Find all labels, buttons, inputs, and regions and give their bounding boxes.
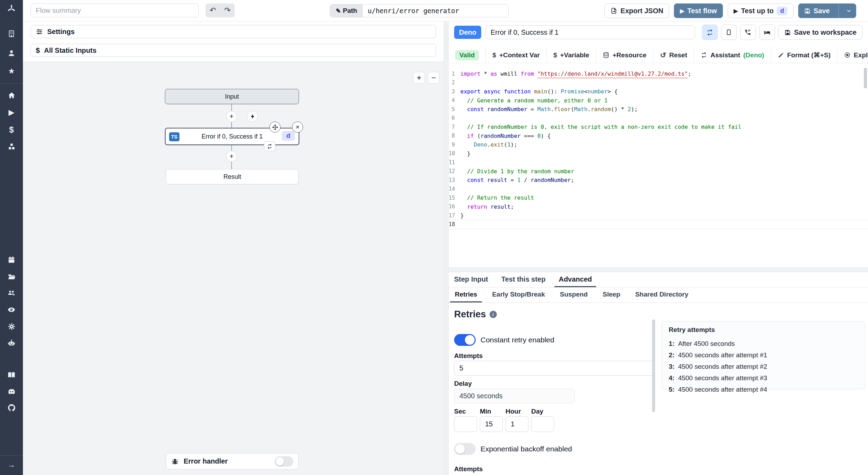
zoom-out-button[interactable]: − <box>428 72 440 84</box>
add-variable-button[interactable]: $ +Variable <box>546 47 596 63</box>
redo-icon[interactable]: ↷ <box>220 3 235 17</box>
flow-canvas[interactable]: + − Input + TS Error if 0, Success if 1 … <box>23 62 444 475</box>
all-static-inputs-button[interactable]: $ All Static Inputs <box>31 44 436 57</box>
sec-input[interactable] <box>454 416 477 432</box>
step-id-badge: d <box>777 7 787 15</box>
exponential-backoff-toggle[interactable] <box>454 443 476 455</box>
settings-gear-icon[interactable] <box>7 322 16 331</box>
flow-settings-button[interactable]: Settings <box>31 25 436 38</box>
flow-summary-input[interactable] <box>31 3 199 17</box>
resources-cubes-icon[interactable] <box>7 142 16 151</box>
move-icon <box>272 124 278 130</box>
audit-eye-icon[interactable] <box>7 305 16 314</box>
lightning-icon <box>250 114 255 119</box>
valid-badge: Valid <box>455 50 479 60</box>
step-retry-indicator[interactable] <box>264 141 275 151</box>
early-stop-button[interactable] <box>721 25 737 40</box>
flow-node-result[interactable]: Result <box>166 169 299 184</box>
docs-book-icon[interactable] <box>7 370 16 380</box>
sleep-button[interactable] <box>759 25 775 40</box>
test-up-to-button[interactable]: ▶ Test up to d <box>728 3 793 18</box>
groups-users-icon[interactable] <box>7 289 16 298</box>
format-button[interactable]: Format (⌘+S) <box>771 47 837 63</box>
tab-step-input[interactable]: Step Input <box>450 272 492 287</box>
assistant-button[interactable]: Assistant (Deno) <box>694 47 771 63</box>
retries-toggle-button[interactable] <box>702 25 718 40</box>
attempts-input[interactable] <box>454 361 655 376</box>
home-icon[interactable] <box>7 91 16 100</box>
delete-node-button[interactable]: × <box>292 122 303 133</box>
constant-retry-toggle[interactable] <box>454 334 476 346</box>
code-line: 14 <box>449 185 868 194</box>
explore-scripts-button[interactable]: Explore other s <box>837 47 868 63</box>
error-handler-row[interactable]: Error handler <box>166 453 299 469</box>
reset-button[interactable]: ↺ Reset <box>653 47 694 63</box>
day-input[interactable] <box>531 416 554 432</box>
move-node-handle[interactable] <box>269 122 281 133</box>
export-json-button[interactable]: Export JSON <box>604 3 669 18</box>
chevron-down-icon <box>846 8 852 14</box>
workers-robot-icon[interactable] <box>7 339 16 348</box>
step-title-input[interactable] <box>485 25 695 39</box>
github-icon[interactable] <box>7 403 16 412</box>
add-resource-button[interactable]: +Resource <box>596 47 653 63</box>
tab-test-this-step[interactable]: Test this step <box>497 272 550 287</box>
suspend-button[interactable] <box>740 25 756 40</box>
assistant-refresh-icon <box>701 52 707 58</box>
retry-attempts-panel: Retry attempts 1:After 4500 seconds 2:45… <box>661 321 865 390</box>
hour-input[interactable] <box>506 416 528 432</box>
windmill-logo-icon[interactable] <box>7 4 16 13</box>
workspace-icon[interactable] <box>7 29 16 38</box>
save-icon <box>804 8 811 14</box>
editor-scrollbar-thumb[interactable] <box>864 68 867 88</box>
editor-splitter[interactable] <box>449 267 868 272</box>
folders-icon[interactable] <box>7 272 16 281</box>
retries-heading: Retries i <box>454 309 497 320</box>
flow-node-input[interactable]: Input <box>165 89 299 104</box>
save-to-workspace-button[interactable]: Save to workspace <box>778 25 862 40</box>
step-id-badge: d <box>282 131 295 141</box>
schedules-calendar-icon[interactable] <box>7 255 16 264</box>
panel-splitter[interactable] <box>444 22 449 475</box>
content-scrollbar-thumb[interactable] <box>652 319 655 412</box>
tab-advanced[interactable]: Advanced <box>554 272 596 287</box>
subtab-early-stop[interactable]: Early Stop/Break <box>487 288 550 302</box>
min-input[interactable] <box>480 416 503 432</box>
code-line: 13 const result = 1 / randomNumber; <box>449 176 868 185</box>
undo-icon[interactable]: ↶ <box>206 3 220 17</box>
subtab-suspend[interactable]: Suspend <box>555 288 593 302</box>
zoom-in-button[interactable]: + <box>413 72 425 84</box>
add-step-button[interactable]: + <box>226 151 237 162</box>
runs-play-icon[interactable]: ▶ <box>7 108 16 117</box>
subtab-sleep[interactable]: Sleep <box>598 288 625 302</box>
pen-icon <box>778 52 784 58</box>
save-dropdown-chevron[interactable] <box>842 4 856 18</box>
constant-retry-row: Constant retry enabled <box>454 334 554 346</box>
error-handler-toggle[interactable] <box>275 456 293 467</box>
user-icon[interactable] <box>7 49 16 58</box>
save-button[interactable]: Save <box>798 3 856 18</box>
discord-icon[interactable] <box>7 387 16 396</box>
undo-redo-group: ↶ ↷ <box>206 3 235 17</box>
delay-input[interactable] <box>454 389 575 403</box>
info-icon[interactable]: i <box>490 311 497 318</box>
favorites-star-icon[interactable]: ★ <box>7 67 16 76</box>
path-field: ✎ Path <box>330 4 509 17</box>
expand-arrow-icon[interactable]: → <box>7 460 16 469</box>
code-line: 12 // Divide 1 by the random number <box>449 167 868 176</box>
code-editor[interactable]: 1import * as wmill from "https://deno.la… <box>449 66 868 267</box>
variables-dollar-icon[interactable]: $ <box>7 125 16 134</box>
subtab-retries[interactable]: Retries <box>450 288 482 302</box>
path-input[interactable] <box>363 5 508 17</box>
pencil-icon: ✎ <box>336 7 341 15</box>
trigger-bolt-button[interactable] <box>247 111 258 122</box>
subtab-shared-directory[interactable]: Shared Directory <box>630 288 693 302</box>
flow-panel: Settings $ All Static Inputs + − Input +… <box>23 22 444 475</box>
add-context-var-button[interactable]: $ +Context Var <box>485 47 546 63</box>
sidebar-divider <box>0 83 23 84</box>
test-flow-button[interactable]: ▶ Test flow <box>674 3 723 18</box>
path-label: ✎ Path <box>330 5 363 17</box>
play-icon: ▶ <box>734 8 738 14</box>
error-handler-label: Error handler <box>184 457 228 465</box>
add-step-button[interactable]: + <box>226 111 237 122</box>
